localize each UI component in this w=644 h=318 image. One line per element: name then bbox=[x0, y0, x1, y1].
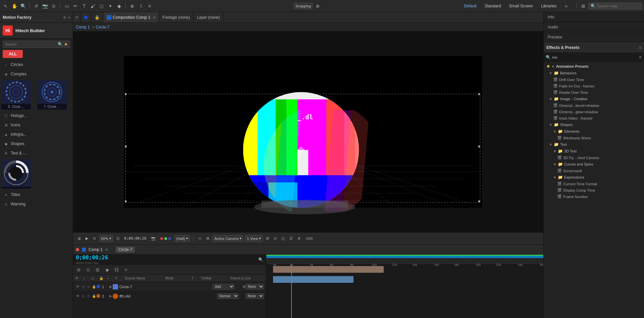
tab-info[interactable]: Info bbox=[544, 12, 644, 22]
wireframe-icon[interactable]: ◫ bbox=[280, 236, 286, 241]
graph-icon[interactable]: ⌇ bbox=[137, 2, 145, 10]
quality-dropdown[interactable]: (Half) ▾ bbox=[174, 235, 190, 242]
text-tool-icon[interactable]: T bbox=[80, 2, 88, 10]
tc-value[interactable]: 0;00;00;26 bbox=[76, 255, 108, 261]
brush-tool-icon[interactable]: 🖌 bbox=[89, 2, 97, 10]
more-btn[interactable]: ≡ bbox=[122, 266, 129, 273]
folder-elements[interactable]: ▼ 📁 Elements bbox=[544, 128, 644, 135]
search-input[interactable] bbox=[597, 4, 637, 8]
workspace-libraries[interactable]: Libraries bbox=[539, 3, 558, 9]
layer1-expand[interactable]: ▶ bbox=[109, 285, 113, 289]
timecode-display[interactable]: 0;00;00;26 bbox=[123, 236, 148, 241]
view-layout-icon[interactable]: ⊞ bbox=[265, 236, 270, 241]
item-display-comp-time[interactable]: 🎬 Display Comp Time bbox=[544, 187, 644, 193]
sidebar-item-titles[interactable]: ≡ Titles bbox=[0, 190, 73, 199]
thumb-3[interactable] bbox=[1, 159, 31, 189]
item-inset-video[interactable]: 🎬 Inset Video - framed bbox=[544, 115, 644, 121]
snapshot-icon[interactable]: 📷 bbox=[150, 236, 157, 241]
align-icon[interactable]: ≡ bbox=[146, 2, 153, 10]
track-bar-2[interactable] bbox=[273, 276, 354, 283]
zoom-tool-icon[interactable]: 🔍 bbox=[19, 2, 27, 10]
sidebar-item-hologra[interactable]: ⬡ Hologa... bbox=[0, 111, 73, 120]
channels-icon[interactable]: ⊕ bbox=[296, 236, 302, 241]
folder-image-creative[interactable]: ▼ 📁 Image - Creative bbox=[544, 96, 644, 102]
folder-expressions[interactable]: ▼ 📁 Expressions bbox=[544, 174, 644, 181]
hand-tool-icon[interactable]: ✋ bbox=[11, 2, 18, 10]
layer1-lock[interactable]: 🔒 bbox=[91, 284, 97, 290]
lock-icon[interactable]: 🔒 bbox=[91, 12, 103, 22]
motion-icon[interactable]: ⊕ bbox=[128, 2, 136, 10]
puppet-tool-icon[interactable]: ✦ bbox=[107, 2, 114, 10]
tab-comp1[interactable]: Composition Comp 1 ≡ bbox=[103, 12, 159, 22]
close-tab-btn[interactable]: ✕ bbox=[73, 12, 81, 22]
monitor-icon[interactable]: 🖥 bbox=[76, 236, 82, 241]
snapping-toggle[interactable]: Snapping bbox=[294, 3, 313, 9]
comp-btn[interactable]: ⊕ bbox=[75, 266, 83, 273]
panel-collapse-icon[interactable]: » bbox=[68, 15, 70, 20]
effects-search-input[interactable] bbox=[552, 55, 637, 59]
effects-search-clear[interactable]: ✕ bbox=[639, 55, 642, 60]
layer2-solo[interactable]: ⊙ bbox=[86, 294, 91, 299]
folder-3d-text[interactable]: ▼ 📁 3D Text bbox=[544, 148, 644, 154]
orbit-icon[interactable]: ⊙ bbox=[50, 2, 57, 10]
layer1-mode-select[interactable]: Add Normal bbox=[213, 284, 234, 290]
rotate-icon[interactable]: ↺ bbox=[33, 2, 40, 10]
3d-toggle[interactable]: ⊙ bbox=[272, 236, 278, 241]
item-rotate-over-time[interactable]: 🎬 Rotate Over Time bbox=[544, 89, 644, 96]
layer1-eye[interactable]: 👁 bbox=[75, 284, 80, 290]
workspace-small-screen[interactable]: Small Screen bbox=[507, 3, 535, 9]
camera-dropdown[interactable]: Active Camera ▾ bbox=[213, 235, 243, 242]
3d-icon[interactable]: ⊛ bbox=[314, 2, 321, 10]
layer2-trkmat-select[interactable]: None bbox=[246, 293, 264, 299]
thumb-2[interactable]: 7. Circle ... bbox=[37, 80, 67, 110]
sidebar-item-text[interactable]: A Text & ... bbox=[0, 148, 73, 158]
all-button[interactable]: ALL bbox=[3, 50, 23, 58]
search-input[interactable] bbox=[5, 42, 58, 46]
shape-tool-icon[interactable]: ◆ bbox=[115, 2, 123, 10]
layer1-audio[interactable]: ◎ bbox=[80, 284, 86, 290]
tab-menu-icon[interactable]: ≡ bbox=[153, 15, 155, 20]
camera-icon[interactable]: 📷 bbox=[41, 2, 49, 10]
timeline-close-btn[interactable] bbox=[76, 248, 79, 251]
panel-menu-icon[interactable]: ≡ bbox=[63, 15, 66, 20]
playhead[interactable] bbox=[291, 265, 292, 318]
pen-tool-icon[interactable]: ✏ bbox=[72, 2, 79, 10]
sidebar-item-warning[interactable]: ⚠ Warning bbox=[0, 199, 73, 209]
workspace-default[interactable]: Default bbox=[462, 3, 479, 9]
viewport-icon[interactable]: ▭ bbox=[197, 236, 203, 241]
layer2-audio[interactable]: ◎ bbox=[80, 294, 86, 299]
grid-icon[interactable]: ⊞ bbox=[205, 236, 211, 241]
fit-icon[interactable]: ⊡ bbox=[115, 236, 121, 241]
sidebar-item-infogra[interactable]: ▲ Infogra... bbox=[0, 130, 73, 139]
breadcrumb-circle7[interactable]: Circle-7 bbox=[96, 25, 109, 29]
track-bar-1[interactable] bbox=[273, 266, 384, 273]
tab-audio[interactable]: Audio bbox=[544, 22, 644, 32]
preview-icon[interactable]: ▶ bbox=[84, 236, 90, 241]
render-btn[interactable]: ⊞ bbox=[94, 266, 101, 273]
section-anim-presets-header[interactable]: ★ ▼ Animation Presets bbox=[544, 63, 644, 70]
sidebar-item-circles[interactable]: ○ Circles bbox=[0, 60, 73, 69]
item-bevel-shadow[interactable]: 🎬 Dimensi...bevel+shadow bbox=[544, 102, 644, 109]
sidebar-item-icons[interactable]: ⊞ Icons bbox=[0, 120, 73, 130]
comp-menu-icon[interactable]: ≡ bbox=[105, 247, 108, 252]
layer2-eye[interactable]: 👁 bbox=[75, 294, 80, 299]
folder-behaviors[interactable]: ▼ 📁 Behaviors bbox=[544, 70, 644, 76]
rectangle-tool-icon[interactable]: ▭ bbox=[63, 2, 70, 10]
keyframe-btn[interactable]: ◆ bbox=[103, 266, 111, 273]
tab-layer[interactable]: Layer (none) bbox=[194, 12, 223, 22]
thumb-1[interactable]: 5. Circle ... bbox=[1, 80, 31, 110]
folder-shapes[interactable]: ▼ 📁 Shapes bbox=[544, 121, 644, 128]
favorites-icon[interactable]: ★ bbox=[64, 42, 68, 47]
item-somersault[interactable]: 🎬 Somersault bbox=[544, 168, 644, 174]
breadcrumb-comp1[interactable]: Comp 1 bbox=[76, 25, 90, 29]
tab-preview[interactable]: Preview bbox=[544, 32, 644, 42]
view-dropdown[interactable]: 1 View ▾ bbox=[245, 235, 263, 242]
layer2-mode-select[interactable]: Normal Add bbox=[217, 293, 239, 299]
arrow-tool-icon[interactable]: ↖ bbox=[2, 2, 9, 10]
workspace-standard[interactable]: Standard bbox=[483, 3, 503, 9]
folder-curves-spins[interactable]: ▼ 📁 Curves and Spins bbox=[544, 161, 644, 168]
item-current-time[interactable]: 🎬 Current Time Format bbox=[544, 181, 644, 187]
item-frame-number[interactable]: 🎬 Frame Number bbox=[544, 193, 644, 200]
item-fade-in-out[interactable]: 🎬 Fade In+Out - frames bbox=[544, 83, 644, 89]
layer2-expand[interactable]: ▶ bbox=[109, 294, 113, 298]
